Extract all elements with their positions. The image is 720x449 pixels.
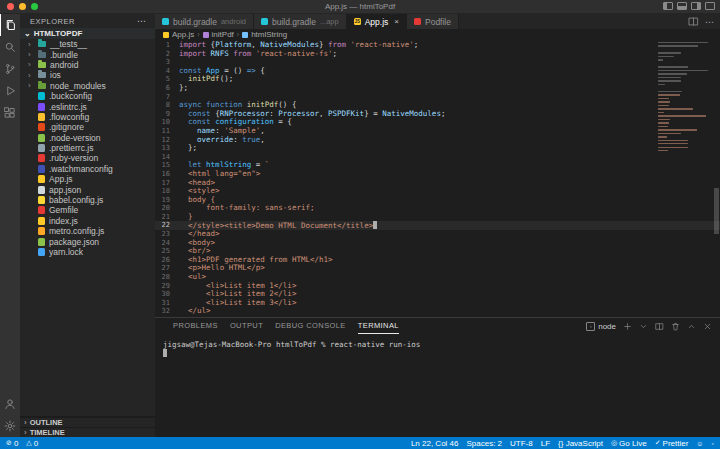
panel-tab-terminal[interactable]: TERMINAL bbox=[358, 318, 399, 334]
panel-tab-problems[interactable]: PROBLEMS bbox=[173, 318, 218, 334]
activity-search-icon[interactable] bbox=[0, 36, 20, 58]
chevron-up-icon[interactable] bbox=[687, 322, 696, 331]
tree-item-folder[interactable]: ›android bbox=[20, 60, 155, 70]
chevron-down-icon[interactable] bbox=[639, 322, 648, 331]
tree-item-file[interactable]: package.json bbox=[20, 236, 155, 246]
status-feedback-icon[interactable]: ☺ bbox=[696, 440, 703, 447]
code-editor[interactable]: 1 import {Platform, NativeModules} from … bbox=[155, 40, 720, 317]
tree-item-file[interactable]: .node-version bbox=[20, 133, 155, 143]
editor-tab[interactable]: build.gradle android bbox=[155, 14, 254, 29]
code-line[interactable]: 16 <html lang="en"> bbox=[155, 170, 720, 179]
code-line[interactable]: 27 <p>Hello HTML</p> bbox=[155, 264, 720, 273]
tree-item-file[interactable]: .eslintrc.js bbox=[20, 101, 155, 111]
close-tab-icon[interactable]: × bbox=[394, 17, 399, 26]
toggle-secondary-sidebar-icon[interactable] bbox=[691, 2, 701, 10]
tree-item-folder[interactable]: ›node_modules bbox=[20, 81, 155, 91]
tree-item-file[interactable]: .gitignore bbox=[20, 122, 155, 132]
tree-item-folder[interactable]: ›__tests__ bbox=[20, 39, 155, 49]
run-debug-icon[interactable] bbox=[4, 85, 16, 97]
minimap[interactable] bbox=[658, 42, 710, 154]
tree-item-file[interactable]: .watchmanconfig bbox=[20, 164, 155, 174]
code-line[interactable]: 6 }; bbox=[155, 84, 720, 93]
tree-item-file[interactable]: yarn.lock bbox=[20, 247, 155, 257]
editor-tab[interactable]: build.gradle ...app bbox=[254, 14, 347, 29]
split-terminal-icon[interactable] bbox=[655, 322, 664, 331]
sidebar-section-timeline[interactable]: ›TIMELINE bbox=[20, 427, 155, 437]
status-item[interactable]: Ln 22, Col 46 bbox=[411, 439, 459, 448]
editor-more-actions-icon[interactable]: ⋯ bbox=[705, 17, 715, 27]
tree-item-folder[interactable]: ›ios bbox=[20, 70, 155, 80]
panel-tab-debug-console[interactable]: DEBUG CONSOLE bbox=[275, 318, 346, 334]
tree-item-file[interactable]: Gemfile bbox=[20, 205, 155, 215]
source-control-icon[interactable] bbox=[4, 63, 16, 75]
editor-scrollbar[interactable] bbox=[713, 40, 720, 317]
status-item[interactable]: {} JavaScript bbox=[558, 439, 603, 448]
panel-tab-output[interactable]: OUTPUT bbox=[230, 318, 263, 334]
line-number: 32 bbox=[155, 307, 179, 316]
extensions-icon[interactable] bbox=[4, 107, 16, 119]
search-icon[interactable] bbox=[4, 41, 16, 53]
maximize-window-button[interactable] bbox=[31, 3, 38, 10]
terminal-shell-selector[interactable]: › node bbox=[586, 322, 616, 331]
status-item[interactable]: Spaces: 2 bbox=[466, 439, 502, 448]
tree-item-file[interactable]: babel.config.js bbox=[20, 195, 155, 205]
workspace-root-folder[interactable]: ⌄ HTMLTOPDF bbox=[20, 28, 155, 39]
activity-extensions-icon[interactable] bbox=[0, 102, 20, 124]
explorer-more-actions-icon[interactable]: ⋯ bbox=[137, 16, 147, 26]
code-line[interactable]: 20 font-family: sans-serif; bbox=[155, 204, 720, 213]
code-line[interactable]: 32 </ul> bbox=[155, 307, 720, 316]
sidebar-section-outline[interactable]: ›OUTLINE bbox=[20, 417, 155, 427]
code-line[interactable]: 4 const App = () => { bbox=[155, 67, 720, 76]
customize-layout-icon[interactable] bbox=[705, 2, 715, 10]
code-line[interactable]: 31 <li>List item 3</li> bbox=[155, 299, 720, 308]
tree-item-file[interactable]: .buckconfig bbox=[20, 91, 155, 101]
terminal[interactable]: jigsaw@Tejas-MacBook-Pro htmlToPdf % rea… bbox=[155, 334, 720, 437]
status-item[interactable]: UTF-8 bbox=[510, 439, 533, 448]
tree-item-file[interactable]: metro.config.js bbox=[20, 226, 155, 236]
code-line[interactable]: 5 initPdf(); bbox=[155, 75, 720, 84]
code-line[interactable]: 23 </head> bbox=[155, 230, 720, 239]
status-bell-icon[interactable]: ◦ bbox=[712, 440, 714, 447]
code-line[interactable]: 24 <body> bbox=[155, 239, 720, 248]
status-warning-icon[interactable]: △0 bbox=[26, 439, 38, 448]
activity-run-debug-icon[interactable] bbox=[0, 80, 20, 102]
code-line[interactable]: 12 override: true, bbox=[155, 136, 720, 145]
status-error-circle-icon[interactable]: ⊘0 bbox=[6, 439, 18, 448]
status-item[interactable]: ✓Prettier bbox=[655, 439, 689, 448]
tree-item-file[interactable]: .prettierrc.js bbox=[20, 143, 155, 153]
code-line[interactable]: 2 import RNFS from 'react-native-fs'; bbox=[155, 50, 720, 59]
toggle-sidebar-icon[interactable] bbox=[663, 2, 673, 10]
breadcrumb-item[interactable]: App.js bbox=[172, 30, 194, 39]
close-icon[interactable] bbox=[703, 322, 712, 331]
activity-source-control-icon[interactable] bbox=[0, 58, 20, 80]
status-item[interactable]: LF bbox=[541, 439, 550, 448]
settings-gear-icon[interactable] bbox=[4, 420, 16, 432]
files-icon[interactable] bbox=[5, 19, 17, 31]
split-editor-icon[interactable] bbox=[688, 16, 699, 27]
code-line[interactable]: 17 <head> bbox=[155, 179, 720, 188]
editor-tab[interactable]: JS App.js × bbox=[347, 14, 407, 29]
tree-item-file[interactable]: .ruby-version bbox=[20, 153, 155, 163]
window-controls[interactable] bbox=[7, 3, 38, 10]
breadcrumb-item[interactable]: htmlString bbox=[251, 30, 287, 39]
activity-settings-gear-icon[interactable] bbox=[0, 415, 20, 437]
breadcrumb-item[interactable]: initPdf bbox=[212, 30, 234, 39]
toggle-panel-icon[interactable] bbox=[677, 2, 687, 10]
editor-tab[interactable]: Podfile bbox=[407, 14, 459, 29]
activity-account-icon[interactable] bbox=[0, 393, 20, 415]
tree-item-file[interactable]: App.js bbox=[20, 174, 155, 184]
tree-item-file[interactable]: index.js bbox=[20, 216, 155, 226]
tree-item-folder[interactable]: ›.bundle bbox=[20, 49, 155, 59]
close-window-button[interactable] bbox=[7, 3, 14, 10]
plus-icon[interactable] bbox=[623, 322, 632, 331]
activity-files-icon[interactable] bbox=[0, 14, 20, 36]
status-item[interactable]: ◎Go Live bbox=[611, 439, 647, 448]
tree-item-file[interactable]: app.json bbox=[20, 184, 155, 194]
minimize-window-button[interactable] bbox=[19, 3, 26, 10]
account-icon[interactable] bbox=[4, 398, 16, 410]
code-line[interactable]: 18 <style> bbox=[155, 187, 720, 196]
tree-item-file[interactable]: .flowconfig bbox=[20, 112, 155, 122]
code-line[interactable]: 22 </style><title>Demo HTML Document</ti… bbox=[155, 221, 720, 230]
trash-icon[interactable] bbox=[671, 322, 680, 331]
code-line[interactable]: 13 }; bbox=[155, 144, 720, 153]
